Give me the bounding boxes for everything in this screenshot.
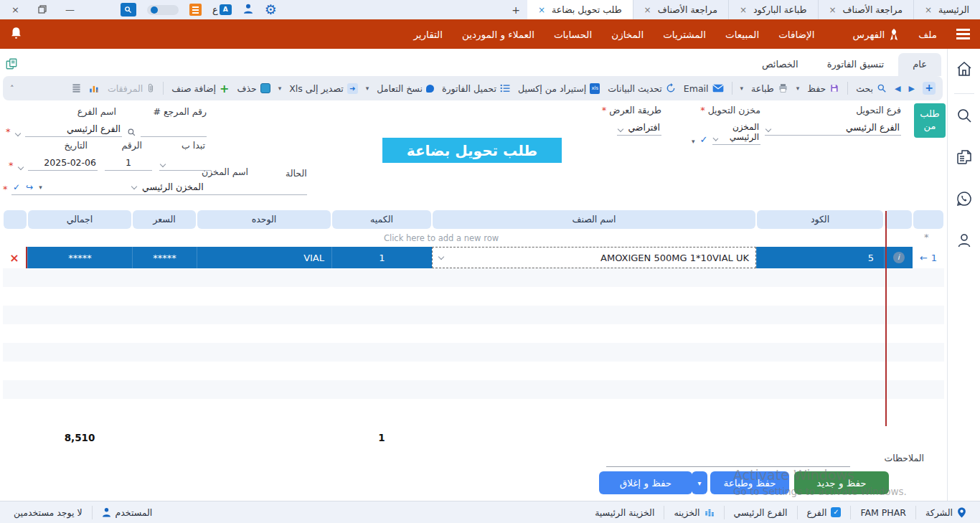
save-button[interactable]: حفظ (807, 83, 839, 94)
status-dropdown-icon[interactable]: ▾ (39, 184, 42, 191)
new-record-button[interactable]: + (923, 82, 936, 95)
nav-prev-icon[interactable]: ◀ (895, 84, 900, 93)
number-input[interactable]: 1 (105, 157, 152, 171)
export-xls-button[interactable]: ➜ تصدير إلى Xls (289, 83, 357, 94)
columns-layout-icon[interactable] (72, 83, 81, 93)
save-options-dropdown[interactable]: ▾ (692, 471, 707, 494)
tab-close-icon[interactable]: × (740, 5, 747, 15)
menu-warehouses[interactable]: المخازن (611, 29, 644, 40)
empty-row[interactable] (3, 380, 944, 399)
request-from-badge[interactable]: طلب من (914, 103, 946, 138)
menu-clients-suppliers[interactable]: العملاء و الموردين (462, 29, 534, 40)
cell-info[interactable]: i (884, 247, 913, 268)
subtab-invoice-format[interactable]: تنسيق الفاتورة (813, 53, 899, 76)
chart-summary-icon[interactable]: Σ (89, 83, 100, 93)
display-method-select[interactable]: افتراضي (617, 122, 661, 136)
menu-purchases[interactable]: المشتريات (663, 29, 706, 40)
tab-barcode-print[interactable]: × طباعة الباركود (728, 0, 818, 19)
import-excel-button[interactable]: xls إستيراد من إكسيل (518, 83, 600, 94)
menu-reports[interactable]: التقارير (413, 29, 443, 40)
header-code[interactable]: الكود (757, 210, 883, 229)
whatsapp-icon[interactable] (956, 190, 973, 210)
empty-row[interactable] (3, 362, 944, 380)
cell-total[interactable]: ***** (27, 247, 132, 268)
menu-index-group[interactable]: الفهرس (852, 28, 899, 41)
save-and-new-button[interactable]: حفظ و جديد (794, 471, 889, 494)
empty-row[interactable] (3, 268, 944, 287)
tab-close-icon[interactable]: × (644, 5, 651, 15)
header-item-name[interactable]: اسم الصنف (433, 210, 755, 229)
statusbar-treasury-value[interactable]: الخزينة الرئيسية (585, 506, 664, 519)
copy-dropdown-icon[interactable]: ▾ (366, 85, 369, 92)
empty-row[interactable] (3, 324, 944, 343)
cell-unit[interactable]: VIAL (197, 247, 331, 268)
refresh-data-button[interactable]: تحديث البيانات (608, 83, 676, 94)
copy-transaction-button[interactable]: نسخ التعامل (377, 83, 434, 94)
cell-item-name[interactable]: AMOXIGEN 500MG 1*10VIAL UK (432, 247, 756, 268)
add-item-button[interactable]: + إضافة صنف (171, 82, 229, 95)
language-switcher[interactable]: ع A (212, 4, 232, 15)
header-unit[interactable]: الوحده (197, 210, 331, 229)
export-dropdown-icon[interactable]: ▾ (278, 85, 282, 92)
search-button[interactable]: بحث (856, 83, 887, 94)
field-search-icon[interactable] (127, 128, 136, 137)
statusbar-branch-value[interactable]: الفرع الرئيسي (724, 506, 797, 519)
collapse-toolbar-icon[interactable]: ˄ (10, 84, 14, 93)
notes-input[interactable] (606, 452, 850, 467)
menu-addons[interactable]: الإضافات (778, 29, 814, 40)
window-restore-icon[interactable] (38, 3, 47, 17)
menu-sales[interactable]: المبيعات (725, 29, 759, 40)
transfer-branch-select[interactable]: الفرع الرئيسي (765, 122, 901, 136)
email-button[interactable]: Email (684, 83, 724, 94)
empty-row[interactable] (3, 399, 944, 418)
statusbar-company[interactable]: الشركة (915, 506, 976, 519)
save-and-close-button[interactable]: حفظ و إغلاق (599, 471, 692, 494)
print-button[interactable]: طباعة (751, 83, 788, 94)
redo-icon[interactable]: ↪ (26, 182, 33, 192)
reference-number-input[interactable] (141, 123, 207, 137)
empty-row[interactable] (3, 306, 944, 324)
empty-row[interactable] (3, 287, 944, 306)
quick-search-icon[interactable] (121, 3, 136, 17)
check-icon[interactable]: ✓ (13, 182, 20, 192)
menu-accounts[interactable]: الحسابات (554, 29, 592, 40)
window-close-icon[interactable]: × (11, 5, 19, 14)
header-qty[interactable]: الكميه (332, 210, 431, 229)
copy-page-icon[interactable] (5, 57, 18, 73)
statusbar-branch[interactable]: ✓ الفرع (797, 506, 851, 519)
print-dropdown-icon[interactable]: ▾ (740, 85, 744, 92)
tab-items-review-1[interactable]: × مراجعة الأصناف (633, 0, 728, 19)
delete-row-icon[interactable]: × (3, 247, 27, 268)
search-icon[interactable] (956, 107, 973, 127)
add-new-row[interactable]: Click here to add a new row * (3, 230, 944, 247)
cell-price[interactable]: ***** (132, 247, 197, 268)
statusbar-user[interactable]: المستخدم (92, 506, 162, 519)
new-tab-button[interactable]: + (504, 4, 527, 16)
date-input[interactable]: 2025-02-06 (28, 157, 98, 171)
transfer-store-select[interactable]: المخزن الرئيسي (712, 122, 760, 145)
tab-home[interactable]: × الرئيسية (913, 0, 980, 19)
statusbar-company-value[interactable]: FAM PHAR (850, 506, 915, 519)
cell-qty[interactable]: 1 (331, 247, 432, 268)
tab-close-icon[interactable]: × (538, 5, 545, 15)
chevron-down-icon[interactable] (438, 254, 444, 260)
orange-menu-icon[interactable] (189, 4, 202, 16)
empty-row[interactable] (3, 343, 944, 362)
menu-file[interactable]: ملف (918, 29, 937, 40)
tab-transfer-request[interactable]: × طلب تحويل بضاعة (527, 0, 633, 19)
delete-button[interactable]: حذف (237, 83, 270, 94)
load-invoice-button[interactable]: تحميل الفاتورة (442, 83, 510, 94)
user-profile-icon[interactable] (242, 3, 254, 17)
header-total[interactable]: اجمالي (28, 210, 131, 229)
chevron-down-icon[interactable] (14, 131, 20, 136)
hamburger-menu-icon[interactable] (956, 29, 970, 39)
gear-icon[interactable]: ⚙ (265, 3, 277, 17)
nav-next-icon[interactable]: ▶ (909, 84, 915, 93)
tab-items-review-2[interactable]: × مراجعة الأصناف (818, 0, 913, 19)
subtab-properties[interactable]: الخصائص (748, 53, 813, 76)
subtab-general[interactable]: عام (898, 53, 941, 76)
tab-close-icon[interactable]: × (925, 5, 932, 15)
tab-close-icon[interactable]: × (829, 5, 837, 15)
home-icon[interactable] (956, 60, 973, 80)
branch-name-select[interactable]: الفرع الرئيسي (25, 123, 123, 137)
